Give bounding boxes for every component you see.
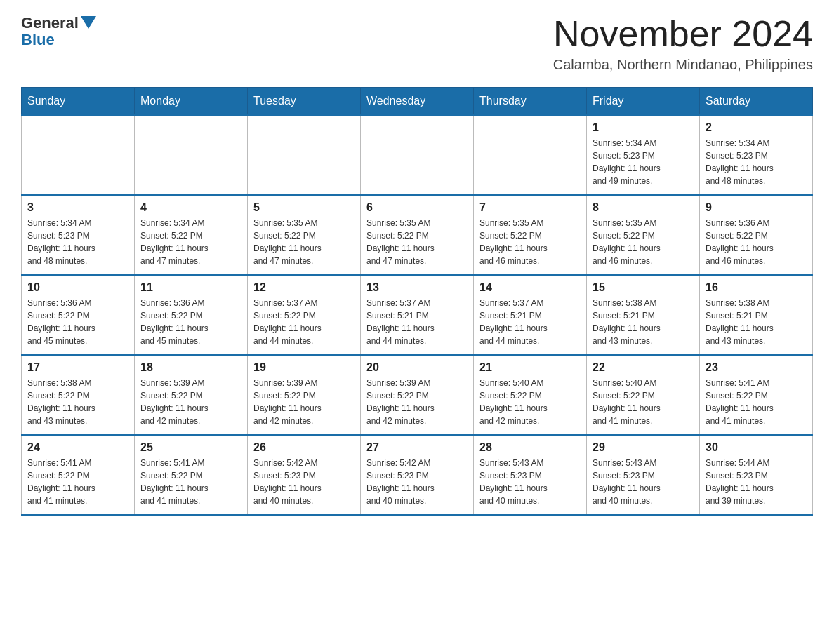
day-number: 16: [706, 281, 807, 294]
day-info: Sunrise: 5:36 AM Sunset: 5:22 PM Dayligh…: [27, 297, 128, 347]
day-info: Sunrise: 5:38 AM Sunset: 5:21 PM Dayligh…: [593, 297, 694, 347]
logo-triangle-icon: [81, 16, 96, 32]
calendar-week-4: 17Sunrise: 5:38 AM Sunset: 5:22 PM Dayli…: [22, 355, 813, 435]
calendar-cell: 12Sunrise: 5:37 AM Sunset: 5:22 PM Dayli…: [248, 275, 361, 355]
day-info: Sunrise: 5:41 AM Sunset: 5:22 PM Dayligh…: [140, 457, 241, 507]
day-info: Sunrise: 5:41 AM Sunset: 5:22 PM Dayligh…: [27, 457, 128, 507]
day-number: 22: [593, 361, 694, 374]
day-info: Sunrise: 5:38 AM Sunset: 5:22 PM Dayligh…: [27, 377, 128, 427]
day-info: Sunrise: 5:39 AM Sunset: 5:22 PM Dayligh…: [140, 377, 241, 427]
calendar-cell: 11Sunrise: 5:36 AM Sunset: 5:22 PM Dayli…: [135, 275, 248, 355]
calendar-cell: 4Sunrise: 5:34 AM Sunset: 5:22 PM Daylig…: [135, 195, 248, 275]
col-wednesday: Wednesday: [361, 88, 474, 116]
day-info: Sunrise: 5:42 AM Sunset: 5:23 PM Dayligh…: [366, 457, 468, 507]
calendar-cell: 13Sunrise: 5:37 AM Sunset: 5:21 PM Dayli…: [361, 275, 474, 355]
calendar-cell: 17Sunrise: 5:38 AM Sunset: 5:22 PM Dayli…: [22, 355, 135, 435]
calendar-cell: [361, 115, 474, 195]
day-info: Sunrise: 5:36 AM Sunset: 5:22 PM Dayligh…: [140, 297, 241, 347]
day-info: Sunrise: 5:40 AM Sunset: 5:22 PM Dayligh…: [479, 377, 581, 427]
logo-blue-text: Blue: [21, 31, 96, 49]
calendar-cell: 5Sunrise: 5:35 AM Sunset: 5:22 PM Daylig…: [248, 195, 361, 275]
calendar-cell: 7Sunrise: 5:35 AM Sunset: 5:22 PM Daylig…: [474, 195, 587, 275]
calendar-cell: [22, 115, 135, 195]
day-number: 27: [366, 441, 468, 454]
calendar-cell: 24Sunrise: 5:41 AM Sunset: 5:22 PM Dayli…: [22, 435, 135, 515]
calendar-cell: 28Sunrise: 5:43 AM Sunset: 5:23 PM Dayli…: [474, 435, 587, 515]
day-number: 4: [140, 201, 241, 214]
day-info: Sunrise: 5:37 AM Sunset: 5:22 PM Dayligh…: [253, 297, 355, 347]
day-number: 8: [593, 201, 694, 214]
day-number: 3: [27, 201, 128, 214]
day-number: 15: [593, 281, 694, 294]
day-info: Sunrise: 5:39 AM Sunset: 5:22 PM Dayligh…: [253, 377, 355, 427]
calendar-cell: 18Sunrise: 5:39 AM Sunset: 5:22 PM Dayli…: [135, 355, 248, 435]
day-number: 6: [366, 201, 468, 214]
calendar-cell: 20Sunrise: 5:39 AM Sunset: 5:22 PM Dayli…: [361, 355, 474, 435]
day-info: Sunrise: 5:35 AM Sunset: 5:22 PM Dayligh…: [479, 217, 581, 267]
col-sunday: Sunday: [22, 88, 135, 116]
day-info: Sunrise: 5:35 AM Sunset: 5:22 PM Dayligh…: [366, 217, 468, 267]
day-number: 28: [479, 441, 581, 454]
title-section: November 2024 Calamba, Northern Mindanao…: [553, 14, 813, 73]
day-info: Sunrise: 5:43 AM Sunset: 5:23 PM Dayligh…: [479, 457, 581, 507]
calendar-cell: [248, 115, 361, 195]
logo-general-text: General: [21, 14, 79, 32]
day-info: Sunrise: 5:41 AM Sunset: 5:22 PM Dayligh…: [706, 377, 807, 427]
day-number: 5: [253, 201, 355, 214]
col-saturday: Saturday: [700, 88, 813, 116]
day-number: 10: [27, 281, 128, 294]
calendar-cell: 19Sunrise: 5:39 AM Sunset: 5:22 PM Dayli…: [248, 355, 361, 435]
col-friday: Friday: [587, 88, 700, 116]
day-number: 25: [140, 441, 241, 454]
day-info: Sunrise: 5:34 AM Sunset: 5:23 PM Dayligh…: [706, 137, 807, 187]
calendar-cell: 10Sunrise: 5:36 AM Sunset: 5:22 PM Dayli…: [22, 275, 135, 355]
col-monday: Monday: [135, 88, 248, 116]
calendar-cell: 16Sunrise: 5:38 AM Sunset: 5:21 PM Dayli…: [700, 275, 813, 355]
day-number: 14: [479, 281, 581, 294]
day-info: Sunrise: 5:42 AM Sunset: 5:23 PM Dayligh…: [253, 457, 355, 507]
day-info: Sunrise: 5:34 AM Sunset: 5:22 PM Dayligh…: [140, 217, 241, 267]
calendar-cell: 9Sunrise: 5:36 AM Sunset: 5:22 PM Daylig…: [700, 195, 813, 275]
day-number: 12: [253, 281, 355, 294]
day-number: 2: [706, 121, 807, 134]
day-info: Sunrise: 5:37 AM Sunset: 5:21 PM Dayligh…: [479, 297, 581, 347]
calendar-header-row: Sunday Monday Tuesday Wednesday Thursday…: [22, 88, 813, 116]
day-number: 1: [593, 121, 694, 134]
day-info: Sunrise: 5:35 AM Sunset: 5:22 PM Dayligh…: [593, 217, 694, 267]
day-info: Sunrise: 5:34 AM Sunset: 5:23 PM Dayligh…: [593, 137, 694, 187]
calendar-week-3: 10Sunrise: 5:36 AM Sunset: 5:22 PM Dayli…: [22, 275, 813, 355]
day-info: Sunrise: 5:36 AM Sunset: 5:22 PM Dayligh…: [706, 217, 807, 267]
day-number: 30: [706, 441, 807, 454]
location-subtitle: Calamba, Northern Mindanao, Philippines: [553, 57, 813, 73]
day-number: 18: [140, 361, 241, 374]
day-number: 7: [479, 201, 581, 214]
logo: General Blue: [21, 14, 96, 49]
calendar-cell: 30Sunrise: 5:44 AM Sunset: 5:23 PM Dayli…: [700, 435, 813, 515]
day-number: 11: [140, 281, 241, 294]
day-number: 13: [366, 281, 468, 294]
day-number: 24: [27, 441, 128, 454]
calendar-cell: 23Sunrise: 5:41 AM Sunset: 5:22 PM Dayli…: [700, 355, 813, 435]
calendar-table: Sunday Monday Tuesday Wednesday Thursday…: [21, 87, 813, 516]
day-number: 21: [479, 361, 581, 374]
calendar-cell: 8Sunrise: 5:35 AM Sunset: 5:22 PM Daylig…: [587, 195, 700, 275]
calendar-cell: 27Sunrise: 5:42 AM Sunset: 5:23 PM Dayli…: [361, 435, 474, 515]
calendar-cell: 6Sunrise: 5:35 AM Sunset: 5:22 PM Daylig…: [361, 195, 474, 275]
calendar-cell: 2Sunrise: 5:34 AM Sunset: 5:23 PM Daylig…: [700, 115, 813, 195]
calendar-week-1: 1Sunrise: 5:34 AM Sunset: 5:23 PM Daylig…: [22, 115, 813, 195]
calendar-cell: 21Sunrise: 5:40 AM Sunset: 5:22 PM Dayli…: [474, 355, 587, 435]
calendar-cell: [474, 115, 587, 195]
col-thursday: Thursday: [474, 88, 587, 116]
calendar-cell: 25Sunrise: 5:41 AM Sunset: 5:22 PM Dayli…: [135, 435, 248, 515]
calendar-cell: 1Sunrise: 5:34 AM Sunset: 5:23 PM Daylig…: [587, 115, 700, 195]
day-number: 29: [593, 441, 694, 454]
day-info: Sunrise: 5:34 AM Sunset: 5:23 PM Dayligh…: [27, 217, 128, 267]
month-title: November 2024: [553, 14, 813, 54]
day-info: Sunrise: 5:35 AM Sunset: 5:22 PM Dayligh…: [253, 217, 355, 267]
day-info: Sunrise: 5:38 AM Sunset: 5:21 PM Dayligh…: [706, 297, 807, 347]
calendar-cell: 3Sunrise: 5:34 AM Sunset: 5:23 PM Daylig…: [22, 195, 135, 275]
page-header: General Blue November 2024 Calamba, Nort…: [21, 14, 813, 73]
calendar-cell: 22Sunrise: 5:40 AM Sunset: 5:22 PM Dayli…: [587, 355, 700, 435]
day-info: Sunrise: 5:40 AM Sunset: 5:22 PM Dayligh…: [593, 377, 694, 427]
calendar-cell: 15Sunrise: 5:38 AM Sunset: 5:21 PM Dayli…: [587, 275, 700, 355]
